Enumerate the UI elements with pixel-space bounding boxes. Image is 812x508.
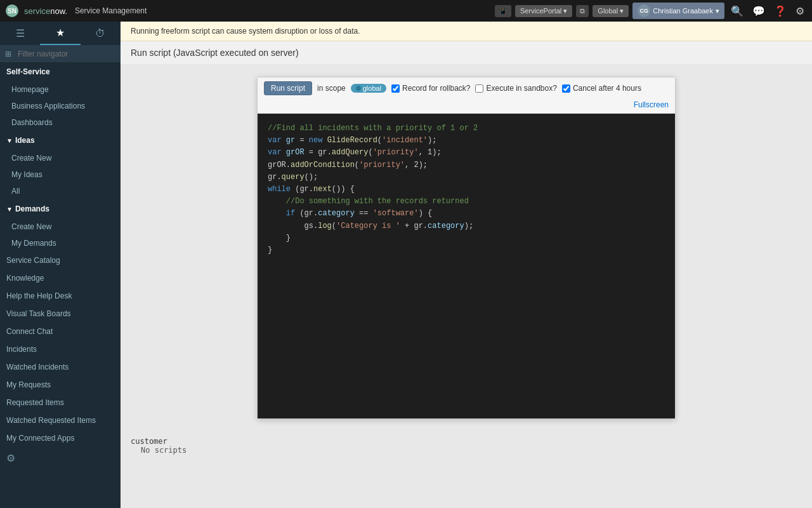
run-script-button[interactable]: Run script [264,81,312,95]
nav-tab[interactable]: ☰ [0,22,40,45]
output-label: customer [131,437,802,446]
window-icon-btn[interactable]: ⧉ [576,5,589,17]
self-service-header[interactable]: Self-Service [0,62,121,81]
homepage-item[interactable]: Homepage [0,81,121,98]
cancel-hours-checkbox[interactable] [562,84,570,93]
output-value: No scripts [131,446,802,455]
service-catalog-item[interactable]: Service Catalog [0,251,121,269]
my-ideas-item[interactable]: My Ideas [0,166,121,183]
help-icon-btn[interactable]: ❓ [771,4,789,18]
filter-icon: ⊞ [5,50,11,58]
settings-bottom-icon[interactable]: ⚙ [0,447,121,469]
main-layout: ☰ ★ ⏱ ⊞ Self-Service Homepage Business A… [0,22,812,508]
ideas-create-new[interactable]: Create New [0,150,121,166]
my-demands-item[interactable]: My Demands [0,235,121,251]
record-rollback-group[interactable]: Record for rollback? [391,84,470,93]
logo-area: SN servicenow. Service Management [5,4,147,18]
top-header: SN servicenow. Service Management 📱 Serv… [0,0,812,22]
scope-value: global [363,84,381,92]
logo-text: servicenow. [24,6,67,16]
filter-input[interactable] [0,46,121,62]
help-desk-item[interactable]: Help the Help Desk [0,287,121,305]
sidebar-tabs: ☰ ★ ⏱ [0,22,121,46]
execute-sandbox-label: Execute in sandbox? [486,84,556,93]
scope-badge: global [351,84,386,93]
global-dropdown-btn[interactable]: Global ▾ [593,5,629,17]
warning-text: Running freeform script can cause system… [131,27,360,36]
history-tab[interactable]: ⏱ [81,22,121,45]
connect-chat-item[interactable]: Connect Chat [0,323,121,340]
user-menu-btn[interactable]: CG Christian Graabaek ▾ [632,3,724,19]
chat-icon-btn[interactable]: 💬 [750,4,768,18]
app-title: Service Management [75,6,147,15]
ideas-header[interactable]: ▼ Ideas [0,131,121,150]
favorites-tab[interactable]: ★ [40,22,80,45]
ideas-all-item[interactable]: All [0,183,121,199]
header-right: 📱 ServicePortal ▾ ⧉ Global ▾ CG Christia… [495,3,807,19]
cancel-hours-group[interactable]: Cancel after 4 hours [562,84,641,93]
scope-dot-icon [356,86,361,91]
demands-create-new[interactable]: Create New [0,218,121,235]
mobile-icon-btn[interactable]: 📱 [495,5,511,17]
user-name: Christian Graabaek [653,7,713,15]
warning-bar: Running freeform script can cause system… [121,22,812,41]
mobile-icon: 📱 [499,7,508,15]
my-requests-item[interactable]: My Requests [0,376,121,394]
demands-header[interactable]: ▼ Demands [0,199,121,218]
servicenow-logo-icon: SN [5,4,19,18]
settings-icon-btn[interactable]: ⚙ [793,4,807,18]
execute-sandbox-group[interactable]: Execute in sandbox? [475,84,556,93]
cancel-hours-label: Cancel after 4 hours [573,84,641,93]
requested-items-item[interactable]: Requested Items [0,394,121,411]
business-apps-item[interactable]: Business Applications [0,98,121,114]
record-rollback-label: Record for rollback? [402,84,470,93]
avatar: CG [638,4,650,17]
sidebar: ☰ ★ ⏱ ⊞ Self-Service Homepage Business A… [0,22,121,508]
incidents-item[interactable]: Incidents [0,340,121,358]
script-dialog: Run script in scope global Record for ro… [257,77,676,419]
knowledge-item[interactable]: Knowledge [0,269,121,287]
window-icon: ⧉ [580,7,585,15]
fullscreen-link[interactable]: Fullscreen [634,100,669,109]
record-rollback-checkbox[interactable] [391,84,400,93]
content-body: Run script in scope global Record for ro… [121,64,812,508]
content-area: Running freeform script can cause system… [121,22,812,508]
output-area: customer No scripts [121,432,812,460]
my-connected-apps-item[interactable]: My Connected Apps [0,429,121,447]
watched-requested-items-item[interactable]: Watched Requested Items [0,411,121,429]
page-title: Run script (JavaScript executed on serve… [121,41,812,64]
execute-sandbox-checkbox[interactable] [475,84,483,93]
code-editor[interactable]: //Find all incidents with a priority of … [258,114,675,418]
filter-wrap: ⊞ [0,46,121,62]
visual-task-boards-item[interactable]: Visual Task Boards [0,305,121,323]
portal-dropdown-btn[interactable]: ServicePortal ▾ [515,5,572,17]
search-icon-btn[interactable]: 🔍 [728,4,746,18]
dashboards-item[interactable]: Dashboards [0,114,121,131]
watched-incidents-item[interactable]: Watched Incidents [0,358,121,376]
svg-text:SN: SN [8,8,16,15]
scope-prefix-label: in scope [317,84,346,93]
script-toolbar: Run script in scope global Record for ro… [258,77,675,114]
